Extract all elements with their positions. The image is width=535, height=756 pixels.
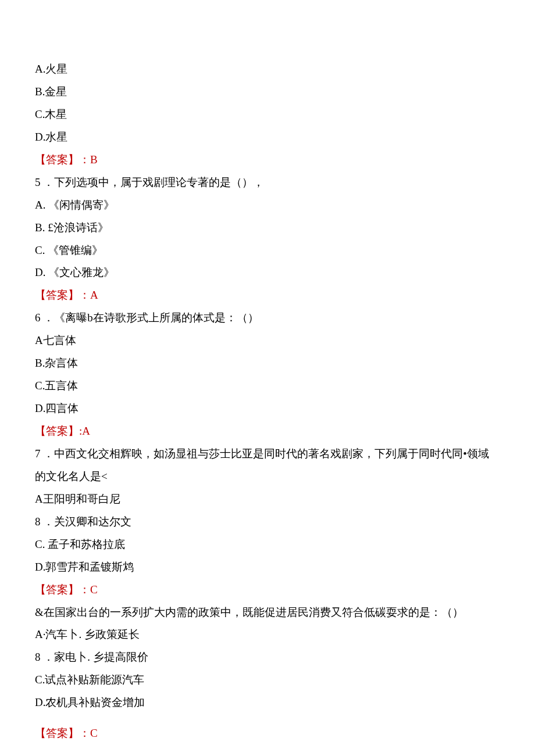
q8-option-a: A·汽车卜. 乡政策延长 <box>35 624 500 646</box>
answer-label: 【答案】 <box>35 425 79 437</box>
q6-option-b: B.杂言体 <box>35 352 500 375</box>
q8-option-d: D.农机具补贴资金增加 <box>35 691 500 714</box>
q8-option-c: C.试点补贴新能源汽车 <box>35 669 500 691</box>
q5-stem: 5 ．下列选项中，属于戏剧理论专著的是（）， <box>35 171 500 194</box>
q4-option-d: D.水星 <box>35 126 500 149</box>
answer-label: 【答案】： <box>35 727 90 739</box>
q7-stem-2: 的文化名人是< <box>35 465 500 488</box>
q7-option-b: 8 ．关汉卿和达尔文 <box>35 511 500 533</box>
q6-stem: 6 ．《离曝b在诗歌形式上所属的体式是：（） <box>35 307 500 329</box>
q4-option-c: C.木星 <box>35 103 500 126</box>
q7-option-a: A王阳明和哥白尼 <box>35 488 500 511</box>
q5-option-b: B. £沧浪诗话》 <box>35 217 500 239</box>
q7-option-c: C. 孟子和苏格拉底 <box>35 533 500 556</box>
q6-answer: 【答案】:A <box>35 420 500 443</box>
q6-option-c: C.五言体 <box>35 375 500 397</box>
q4-answer: 【答案】：B <box>35 149 500 171</box>
q4-option-b: B.金星 <box>35 81 500 103</box>
q5-option-c: C. 《管锥编》 <box>35 239 500 262</box>
q5-option-d: D. 《文心雅龙》 <box>35 261 500 284</box>
answer-value: :A <box>79 425 90 437</box>
answer-label: 【答案】： <box>35 583 90 596</box>
answer-value: C <box>90 727 98 739</box>
answer-label: 【答案】： <box>35 289 90 301</box>
document-page: A.火星 B.金星 C.木星 D.水星 【答案】：B 5 ．下列选项中，属于戏剧… <box>0 0 535 756</box>
q8-stem: &在国家出台的一系列扩大内需的政策中，既能促进居民消费又符合低碳耍求的是：（） <box>35 601 500 624</box>
answer-label: 【答案】： <box>35 153 90 166</box>
q7-stem-1: 7 ．中西文化交相辉映，如汤显祖与莎士比亚是同时代的著名戏剧家，下列属于同时代同… <box>35 443 500 465</box>
q8-answer: 【答案】：C <box>35 722 500 745</box>
answer-value: A <box>90 289 98 301</box>
answer-value: C <box>90 583 98 596</box>
q7-answer: 【答案】：C <box>35 579 500 601</box>
q6-option-a: A七言体 <box>35 329 500 352</box>
q4-option-a: A.火星 <box>35 58 500 81</box>
answer-value: B <box>90 153 98 166</box>
q7-option-d: D.郭雪芹和孟镀斯鸩 <box>35 556 500 579</box>
q8-option-b: 8 ．家电卜. 乡提高限价 <box>35 646 500 669</box>
q5-option-a: A. 《闲情偶寄》 <box>35 194 500 217</box>
q6-option-d: D.四言体 <box>35 397 500 420</box>
q5-answer: 【答案】：A <box>35 284 500 307</box>
